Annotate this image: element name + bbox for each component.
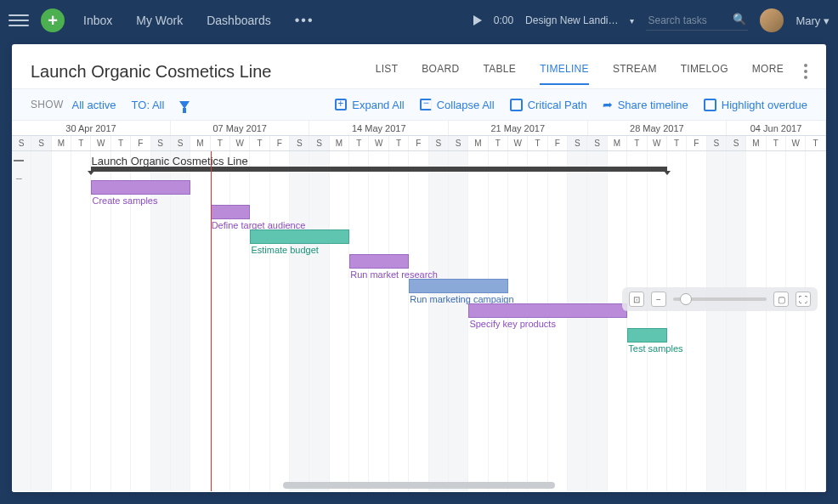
day-label: S <box>727 136 746 150</box>
timer-chevron-down-icon[interactable]: ▾ <box>630 16 634 25</box>
task-label: Estimate budget <box>251 245 319 255</box>
task-bar[interactable]: Estimate budget <box>250 229 349 244</box>
view-tabs: LIST BOARD TABLE TIMELINE STREAM TIMELOG… <box>376 58 784 85</box>
left-edge-marker <box>14 160 24 161</box>
summary-label: Launch Organic Cosmetics Line <box>91 155 247 167</box>
timer-task[interactable]: Design New Landi… <box>525 14 618 26</box>
avatar[interactable] <box>760 8 784 32</box>
task-bar[interactable]: Specify key products <box>468 303 627 318</box>
day-label: T <box>806 136 825 150</box>
day-label: W <box>369 136 388 150</box>
zoom-control: ⊡ − ▢ ⛶ <box>622 287 818 311</box>
week-label: 28 May 2017 <box>588 121 728 135</box>
card-header: Launch Organic Cosmetics Line LIST BOARD… <box>12 44 826 88</box>
day-label: S <box>449 136 468 150</box>
tab-board[interactable]: BOARD <box>422 58 459 85</box>
highlight-overdue-toggle[interactable]: Highlight overdue <box>704 99 807 111</box>
zoom-full-icon[interactable]: ⛶ <box>796 292 811 307</box>
day-label: F <box>270 136 290 150</box>
zoom-out-icon[interactable]: − <box>651 292 666 307</box>
day-label: T <box>389 136 409 150</box>
week-label: 14 May 2017 <box>309 121 449 135</box>
collapse-all-button[interactable]: Collapse All <box>420 99 495 111</box>
day-label: M <box>468 136 488 150</box>
day-label: T <box>211 136 230 150</box>
day-label: M <box>52 136 71 150</box>
summary-bar[interactable] <box>91 167 667 172</box>
zoom-handle[interactable] <box>680 293 692 305</box>
menu-icon[interactable] <box>8 10 29 31</box>
task-label: Create samples <box>92 195 157 206</box>
search-icon[interactable]: 🔍 <box>733 13 746 25</box>
day-label: W <box>786 136 806 150</box>
day-label: W <box>230 136 250 150</box>
zoom-day-icon[interactable]: ▢ <box>773 292 789 307</box>
day-label: S <box>587 136 607 150</box>
zoom-fit-icon[interactable]: ⊡ <box>629 292 644 307</box>
task-bar[interactable]: Create samples <box>91 180 190 195</box>
day-label: T <box>250 136 269 150</box>
filter-all-active[interactable]: All active <box>72 99 116 111</box>
task-label: Specify key products <box>469 319 556 329</box>
toolbar: SHOW All active TO: All Expand All Colla… <box>12 88 826 121</box>
task-label: Test samples <box>628 343 682 354</box>
day-label: F <box>409 136 428 150</box>
zoom-slider[interactable] <box>673 297 767 301</box>
critical-path-toggle[interactable]: Critical Path <box>510 99 587 111</box>
day-label: S <box>309 136 329 150</box>
day-label: S <box>151 136 171 150</box>
tab-timeline[interactable]: TIMELINE <box>540 58 589 85</box>
filter-icon[interactable] <box>179 101 190 109</box>
day-label: F <box>548 136 568 150</box>
collapse-icon <box>420 99 432 110</box>
timeline: 30 Apr 201707 May 201714 May 201721 May … <box>12 121 826 492</box>
day-label: S <box>707 136 727 150</box>
day-label: W <box>648 136 667 150</box>
search-wrap: 🔍 <box>646 11 748 31</box>
horizontal-scrollbar[interactable] <box>283 482 555 489</box>
nav-dashboards[interactable]: Dashboards <box>207 14 271 27</box>
day-label: W <box>91 136 110 150</box>
day-label: T <box>767 136 786 150</box>
tab-more[interactable]: MORE <box>752 58 784 85</box>
nav-more-icon[interactable]: ••• <box>295 13 314 28</box>
day-label: T <box>528 136 547 150</box>
tab-timelog[interactable]: TIMELOG <box>681 58 728 85</box>
share-timeline-button[interactable]: ➦Share timeline <box>603 98 688 111</box>
share-icon: ➦ <box>603 98 613 111</box>
add-button[interactable]: + <box>41 8 65 32</box>
task-bar[interactable]: Run market research <box>349 254 409 269</box>
main-card: Launch Organic Cosmetics Line LIST BOARD… <box>12 44 826 492</box>
task-bar[interactable]: Test samples <box>627 328 667 343</box>
checkbox-icon <box>704 99 716 111</box>
checkbox-icon <box>510 99 523 111</box>
day-label: T <box>111 136 131 150</box>
tab-stream[interactable]: STREAM <box>613 58 657 85</box>
nav-mywork[interactable]: My Work <box>136 14 183 27</box>
week-label: 30 Apr 2017 <box>12 121 171 135</box>
day-label: M <box>746 136 766 150</box>
task-bar[interactable]: Run marketing campaign <box>409 279 508 293</box>
tab-list[interactable]: LIST <box>376 58 399 85</box>
day-label: M <box>608 136 627 150</box>
day-label: W <box>508 136 528 150</box>
card-more-icon[interactable] <box>804 64 807 79</box>
nav-inbox[interactable]: Inbox <box>83 14 112 27</box>
collapse-group-icon[interactable]: − <box>15 172 22 185</box>
day-label: F <box>687 136 706 150</box>
day-label: T <box>71 136 91 150</box>
week-label: 21 May 2017 <box>449 121 588 135</box>
filter-to-all[interactable]: TO: All <box>132 99 165 111</box>
tab-table[interactable]: TABLE <box>484 58 517 85</box>
day-label: S <box>12 136 31 150</box>
timer-play-icon[interactable] <box>473 15 482 25</box>
username[interactable]: Mary ▾ <box>796 14 830 27</box>
day-label: T <box>667 136 687 150</box>
expand-all-button[interactable]: Expand All <box>335 99 404 111</box>
day-label: M <box>190 136 210 150</box>
gantt-body[interactable]: − Launch Organic Cosmetics LineCreate sa… <box>12 151 826 491</box>
day-label: T <box>627 136 647 150</box>
day-label: T <box>489 136 508 150</box>
task-bar[interactable]: Define target audience <box>211 205 251 219</box>
day-header-row: SSMTWTFSSMTWTFSSMTWTFSSMTWTFSSMTWTFSSMTW… <box>12 136 826 151</box>
